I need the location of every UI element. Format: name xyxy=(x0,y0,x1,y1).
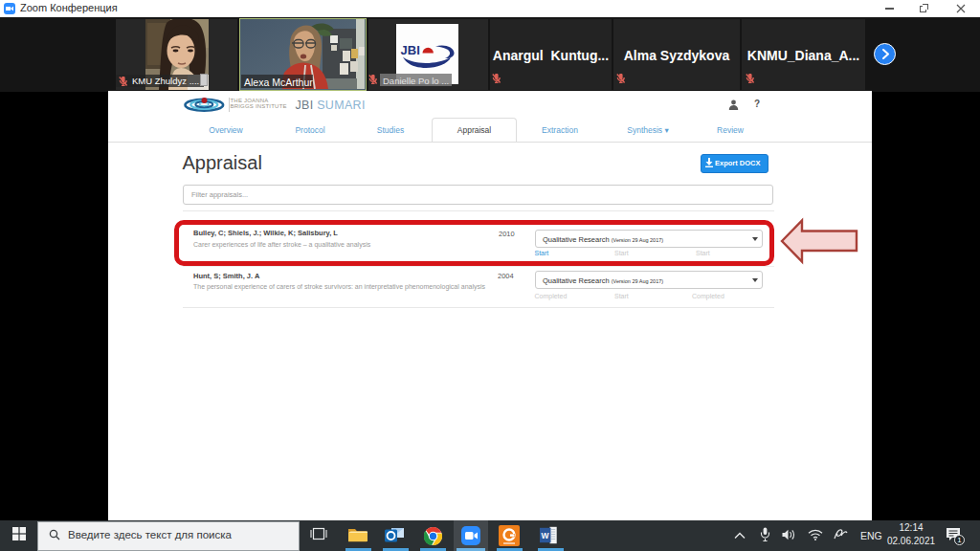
svg-text:W: W xyxy=(542,531,550,540)
svg-text:JBI: JBI xyxy=(401,43,420,57)
